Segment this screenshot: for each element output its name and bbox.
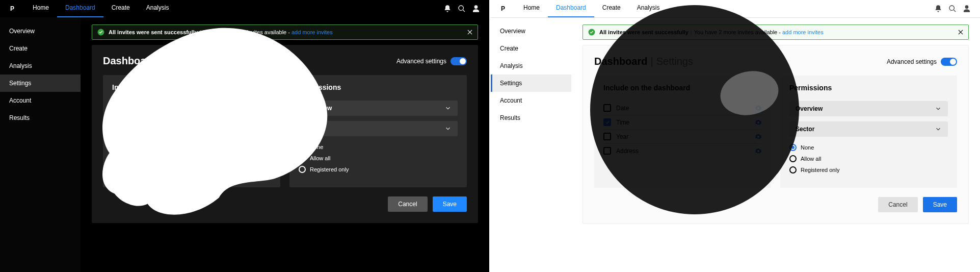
nav-analysis[interactable]: Analysis [629,0,668,17]
sidebar-item-results[interactable]: Results [491,109,571,127]
save-button[interactable]: Save [923,197,957,212]
sidebar-item-create[interactable]: Create [0,40,81,57]
cancel-button[interactable]: Cancel [388,196,427,212]
permissions-panel: Permissions Overview Sector None Allow a… [780,76,957,188]
bell-icon[interactable] [931,5,945,13]
settings-card: Dashboard | Settings Advanced settings I… [92,45,478,223]
dropdown-sector[interactable]: Sector [789,121,948,137]
close-icon[interactable] [466,29,473,36]
banner-bold-text: All invites were sent successfully [109,29,198,35]
include-panel-title: Include on the dashboard [112,83,271,91]
gear-icon[interactable] [264,118,271,126]
advanced-settings-label: Advanced settings [396,58,446,65]
gear-icon[interactable] [264,104,271,111]
main-area: All invites were sent successfully | You… [81,17,489,272]
banner-rest-text: You have 2 more invites available - [694,29,781,35]
gear-icon[interactable] [264,147,271,154]
breadcrumb-root: Dashboard [103,55,156,67]
breadcrumb-root: Dashboard [594,56,647,67]
sidebar-item-overview[interactable]: Overview [491,22,571,40]
frame-dark: P Home Dashboard Create Analysis Overvie… [0,0,489,272]
logo: P [6,3,18,15]
include-panel-title: Include on the dashboard [603,84,762,92]
settings-card: Dashboard | Settings Advanced settings I… [582,45,969,224]
check-circle-icon [588,29,595,36]
breadcrumb-section: Settings [656,56,693,67]
nav-dashboard[interactable]: Dashboard [57,0,103,17]
nav-create[interactable]: Create [103,0,138,17]
banner-link[interactable]: add more invites [292,29,333,35]
radio-registered-only[interactable] [789,166,797,174]
radio-allow-all[interactable] [789,155,797,162]
sidebar-item-create[interactable]: Create [491,40,571,57]
bell-icon[interactable] [440,5,455,13]
include-panel: Include on the dashboard Date Time Year … [103,75,280,187]
checkbox-time[interactable] [603,118,611,126]
checkbox-address[interactable] [603,147,611,155]
search-icon[interactable] [945,5,960,13]
sidebar: Overview Create Analysis Settings Accoun… [491,17,571,272]
dropdown-overview[interactable]: Overview [299,101,458,116]
success-banner: All invites were sent successfully | You… [582,24,969,40]
frame-light: P Home Dashboard Create Analysis Overvie… [491,0,980,272]
chevron-down-icon [935,126,942,133]
checkbox-time[interactable] [112,118,120,126]
save-button[interactable]: Save [433,196,467,212]
banner-bold-text: All invites were sent successfully [599,29,688,35]
cancel-button[interactable]: Cancel [878,197,917,212]
close-icon[interactable] [957,29,964,36]
nav-dashboard[interactable]: Dashboard [548,0,594,17]
banner-rest-text: You have 2 more invites available - [203,29,290,35]
radio-none[interactable] [789,144,797,151]
main-area: All invites were sent successfully | You… [571,17,980,272]
sidebar: Overview Create Analysis Settings Accoun… [0,17,81,272]
permissions-panel-title: Permissions [299,83,458,91]
user-icon[interactable] [469,5,483,13]
sidebar-item-account[interactable]: Account [0,92,81,109]
radio-allow-all[interactable] [299,155,306,162]
search-icon[interactable] [455,5,469,13]
top-nav: P Home Dashboard Create Analysis [491,0,980,17]
breadcrumb-section: Settings [165,55,202,67]
dropdown-sector[interactable]: Sector [299,121,458,136]
sidebar-item-settings[interactable]: Settings [0,75,81,92]
permissions-panel-title: Permissions [789,84,948,92]
nav-home[interactable]: Home [515,0,548,17]
nav-home[interactable]: Home [24,0,57,17]
gear-icon[interactable] [755,105,762,112]
permissions-panel: Permissions Overview Sector None Allow a… [289,75,467,187]
check-circle-icon [97,29,104,36]
user-icon[interactable] [960,5,974,13]
sidebar-item-analysis[interactable]: Analysis [0,57,81,75]
nav-analysis[interactable]: Analysis [138,0,177,17]
checkbox-address[interactable] [112,146,120,154]
success-banner: All invites were sent successfully | You… [92,24,478,40]
logo: P [497,3,509,15]
gear-icon[interactable] [755,133,762,140]
checkbox-date[interactable] [603,104,611,112]
checkbox-date[interactable] [112,104,120,111]
sidebar-item-account[interactable]: Account [491,92,571,109]
gear-icon[interactable] [755,147,762,155]
sidebar-item-settings[interactable]: Settings [491,75,571,92]
nav-create[interactable]: Create [594,0,629,17]
chevron-down-icon [935,105,942,112]
dropdown-overview[interactable]: Overview [789,101,948,116]
sidebar-item-analysis[interactable]: Analysis [491,57,571,75]
top-nav: P Home Dashboard Create Analysis [0,0,489,17]
gear-icon[interactable] [755,119,762,126]
chevron-down-icon [444,125,452,132]
radio-none[interactable] [299,143,306,151]
gear-icon[interactable] [264,133,271,140]
checkbox-year[interactable] [112,132,120,140]
advanced-settings-label: Advanced settings [887,58,937,65]
banner-link[interactable]: add more invites [782,29,824,35]
sidebar-item-overview[interactable]: Overview [0,22,81,40]
chevron-down-icon [444,105,452,112]
include-panel: Include on the dashboard Date Time Year … [594,76,771,188]
advanced-settings-toggle[interactable] [451,57,467,65]
sidebar-item-results[interactable]: Results [0,109,81,127]
checkbox-year[interactable] [603,133,611,140]
radio-registered-only[interactable] [299,166,306,173]
advanced-settings-toggle[interactable] [941,58,957,66]
